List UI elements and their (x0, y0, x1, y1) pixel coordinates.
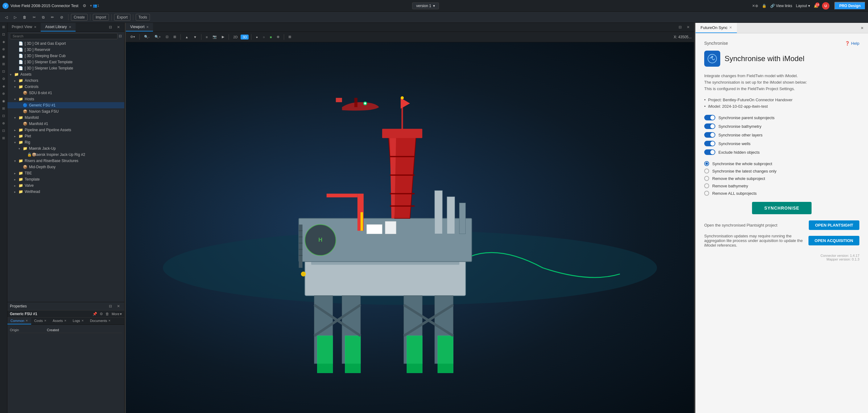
properties-close-button[interactable]: ✕ (115, 303, 122, 309)
action-icon-2[interactable]: ✓ (119, 153, 122, 156)
tree-item[interactable]: ▸📁Template⋯✓ (7, 176, 124, 182)
futureon-sync-tab-close[interactable]: ✕ (729, 26, 732, 30)
delete-entity-icon[interactable]: 🗑 (105, 312, 109, 316)
camera-button[interactable]: 📷 (211, 34, 219, 39)
action-icon-1[interactable]: ⋯ (115, 147, 118, 150)
zoom-actual-button[interactable]: ⊞ (172, 34, 178, 39)
tree-item[interactable]: ▾📁Controls⋯✓ (7, 84, 124, 90)
action-icon-2[interactable]: ✓ (119, 172, 122, 175)
radio-row-4[interactable]: Remove ALL subprojects (704, 191, 859, 196)
synchronise-button[interactable]: SYNCHRONISE (752, 202, 812, 214)
draw-button[interactable]: ✏ (49, 14, 57, 20)
import-button[interactable]: Import (93, 14, 109, 21)
viewport-tab[interactable]: Viewport ✕ (126, 23, 153, 31)
more-button[interactable]: More ▾ (112, 312, 122, 316)
properties-minimize-button[interactable]: ⊟ (107, 303, 114, 309)
analysis-mode-button[interactable]: ⊕ (275, 34, 281, 39)
action-icon-1[interactable]: ⋯ (115, 79, 118, 82)
sidebar-icon-7[interactable]: ⊡ (1, 68, 6, 74)
sidebar-icon-1[interactable]: ⊞ (1, 24, 6, 30)
toggle-switch-3[interactable] (704, 141, 715, 146)
tree-item[interactable]: ▾📁Hosts⋯✓ (7, 96, 124, 102)
action-icon-1[interactable]: ⋯ (115, 67, 118, 70)
action-icon-1[interactable]: ⋯ (115, 48, 118, 52)
tree-item[interactable]: ▸📁Pipeline and Pipeline Assets⋯✓ (7, 127, 124, 133)
panel-expand-button[interactable]: ✕ (115, 24, 122, 30)
action-icon-2[interactable]: ✓ (119, 54, 122, 58)
action-icon-1[interactable]: ⋯ (115, 104, 118, 107)
toggle-switch-1[interactable] (704, 123, 715, 129)
sidebar-icon-12[interactable]: ⊞ (1, 106, 6, 111)
action-icon-1[interactable]: ⋯ (115, 159, 118, 163)
action-icon-2[interactable]: ✓ (119, 159, 122, 163)
radio-row-1[interactable]: Synchronise the latest changes only (704, 169, 859, 174)
tools-button[interactable]: Tools (136, 14, 150, 21)
action-icon-2[interactable]: ✓ (119, 122, 122, 126)
tree-item[interactable]: ▾📁Risers and RiserBase Structures⋯✓ (7, 158, 124, 164)
property-tab-costs[interactable]: Costs✕ (31, 318, 50, 324)
action-icon-2[interactable]: ✓ (119, 104, 122, 107)
zoom-fit-button[interactable]: ⊡ (164, 34, 170, 39)
user-avatar[interactable]: U (822, 2, 830, 9)
action-icon-1[interactable]: ⋯ (115, 166, 118, 169)
sidebar-icon-6[interactable]: ⊞ (1, 61, 6, 67)
action-icon-1[interactable]: ⋯ (115, 135, 118, 138)
viewport-expand-button[interactable]: ✕ (685, 24, 691, 30)
tree-item[interactable]: 📄[ 3D ] Oil and Gas Export⋯✓ (7, 40, 124, 47)
back-button[interactable]: ◁ (2, 14, 10, 20)
radio-circle-3[interactable] (704, 183, 709, 188)
action-icon-2[interactable]: ✓ (119, 147, 122, 150)
action-icon-2[interactable]: ✓ (119, 79, 122, 82)
radio-circle-4[interactable] (704, 191, 709, 196)
action-icon-2[interactable]: ✓ (119, 128, 122, 132)
radio-row-3[interactable]: Remove bathymetry (704, 183, 859, 188)
rp-expand-button[interactable]: ✕ (859, 25, 866, 31)
sidebar-icon-5[interactable]: ◉ (1, 54, 6, 59)
zoom-out-button[interactable]: 🔍- (142, 34, 151, 39)
tree-item[interactable]: 📦Mid-Depth Buoy⋯✓ (7, 164, 124, 170)
prop-tab-close[interactable]: ✕ (82, 319, 84, 322)
action-icon-1[interactable]: ⋯ (115, 128, 118, 132)
sidebar-icon-13[interactable]: ⊡ (1, 113, 6, 119)
viewport-settings-button[interactable]: ⚙▾ (128, 34, 137, 39)
tree-item[interactable]: ▸📁Plet⋯✓ (7, 133, 124, 139)
sidebar-icon-8[interactable]: ⚙ (1, 76, 6, 82)
radio-row-2[interactable]: Remove the whole subproject (704, 176, 859, 181)
action-icon-1[interactable]: ⋯ (115, 110, 118, 113)
notification-bell[interactable]: 🔔 14 (814, 4, 818, 8)
action-icon-1[interactable]: ⋯ (115, 85, 118, 89)
action-icon-1[interactable]: ⋯ (115, 190, 118, 194)
panel-minimize-button[interactable]: ⊟ (107, 24, 114, 30)
shaded-mode-button[interactable]: ■ (268, 35, 274, 39)
mode-3d-button[interactable]: 3D (241, 35, 249, 39)
sidebar-icon-16[interactable]: ⊞ (1, 135, 6, 141)
tree-item[interactable]: 📦Manifold #1⋯✓ (7, 121, 124, 127)
viewport-tab-close[interactable]: ✕ (146, 25, 149, 29)
toggle-switch-4[interactable] (704, 149, 715, 155)
action-icon-1[interactable]: ⋯ (115, 54, 118, 58)
solid-mode-button[interactable]: ● (254, 35, 260, 39)
action-icon-2[interactable]: ✓ (119, 48, 122, 52)
radio-circle-2[interactable] (704, 176, 709, 181)
tree-item[interactable]: ▾📁Maersk Jack-Up⋯✓ (7, 145, 124, 152)
action-icon-2[interactable]: ✓ (119, 85, 122, 89)
prop-tab-close[interactable]: ✕ (26, 319, 28, 322)
action-icon-2[interactable]: ✓ (119, 190, 122, 194)
view-links-label[interactable]: 🔗 View links (770, 4, 792, 8)
edit-button[interactable]: ⊘ (58, 14, 66, 20)
sidebar-icon-4[interactable]: ⊕ (1, 46, 6, 52)
radio-row-0[interactable]: Synchronise the whole subproject (704, 161, 859, 166)
prop-tab-close[interactable]: ✕ (44, 319, 46, 322)
radio-circle-0[interactable] (704, 161, 709, 166)
action-icon-1[interactable]: ⋯ (115, 172, 118, 175)
property-tab-documents[interactable]: Documents✕ (87, 318, 114, 324)
filter-icon[interactable]: ⊟ (119, 34, 122, 38)
tree-item[interactable]: 📄[ 3D ] Reservoir⋯✓ (7, 47, 124, 53)
action-icon-1[interactable]: ⋯ (115, 42, 118, 46)
sidebar-icon-10[interactable]: ⊕ (1, 91, 6, 96)
action-icon-1[interactable]: ⋯ (115, 184, 118, 187)
action-icon-1[interactable]: ⋯ (115, 153, 118, 156)
tools-icon-1[interactable]: ✕⊕ (752, 4, 758, 8)
action-icon-1[interactable]: ⋯ (115, 141, 118, 144)
viewport-minimize-button[interactable]: ⊟ (677, 24, 684, 30)
